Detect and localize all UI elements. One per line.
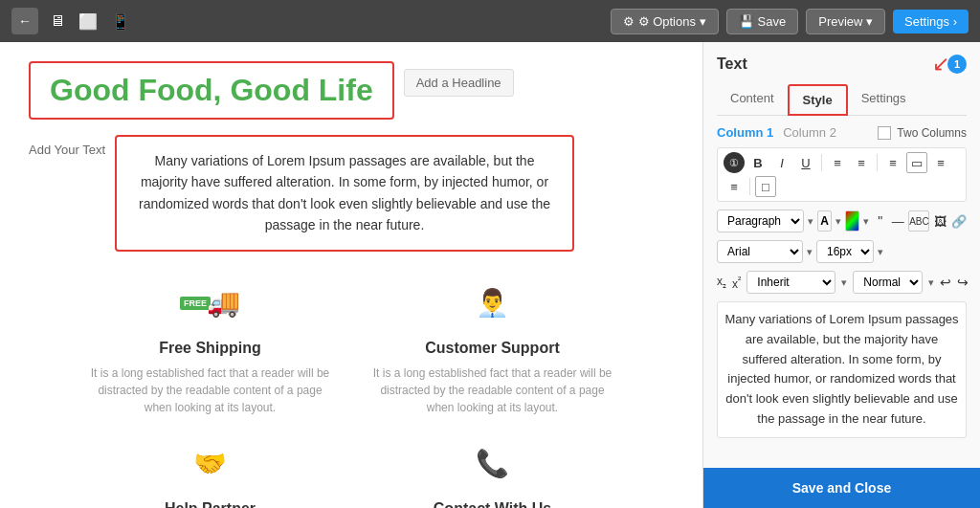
top-bar-right: ⚙ ⚙ Options ▾ 💾 Save Preview ▾ Settings …: [611, 9, 969, 34]
gear-icon: ⚙: [623, 14, 635, 29]
normal-arrow: ▾: [928, 276, 934, 289]
tab-style[interactable]: Style: [788, 84, 848, 116]
feature-free-shipping: FREE🚚 Free Shipping It is a long establi…: [83, 275, 337, 416]
paragraph-select[interactable]: Paragraph Heading 1 Heading 2: [717, 210, 804, 232]
size-arrow: ▾: [878, 246, 883, 258]
text-color-button[interactable]: A: [817, 210, 832, 232]
toolbar-row-1: ① B I U ≡ ≡ ≡ ▭ ≡ ≡ □: [717, 147, 967, 202]
feature-customer-support: 👨‍💼 Customer Support It is a long establ…: [366, 275, 619, 416]
add-headline-button[interactable]: Add a Headline: [404, 69, 514, 97]
preview-button[interactable]: Preview ▾: [806, 9, 885, 34]
tab-content[interactable]: Content: [717, 84, 788, 115]
settings-button[interactable]: Settings ›: [893, 10, 969, 33]
abc-button[interactable]: ABC: [908, 210, 929, 232]
panel-footer[interactable]: Save and Close: [703, 468, 980, 508]
free-shipping-desc: It is a long established fact that a rea…: [83, 364, 337, 416]
feature-help-partner: 🤝 Help Partner It is a long established …: [83, 435, 337, 508]
ordered-list-button[interactable]: ≡: [851, 152, 872, 173]
mobile-icon[interactable]: 📱: [107, 9, 134, 34]
align-left-button[interactable]: ≡: [882, 152, 903, 173]
desktop-icon[interactable]: 🖥: [46, 9, 69, 33]
two-columns-area: Two Columns: [878, 126, 967, 140]
font-row: Arial Helvetica Times New Roman ▾ 16px 1…: [717, 240, 967, 263]
panel-title: Text: [717, 55, 926, 73]
free-shipping-title: Free Shipping: [159, 340, 261, 357]
right-panel: Text ↙ 1 Content Style Settings Column 1…: [702, 42, 980, 508]
format-row: Paragraph Heading 1 Heading 2 ▾ A ▾ ▾ " …: [717, 210, 967, 232]
top-bar: ← 🖥 ⬜ 📱 ⚙ ⚙ Options ▾ 💾 Save Preview ▾ S…: [0, 0, 980, 42]
text-content-box[interactable]: Many variations of Lorem Ipsum passages …: [115, 135, 574, 252]
transform-row: x₂ x² Inherit Uppercase Lowercase ▾ Norm…: [717, 271, 967, 294]
font-arrow: ▾: [807, 246, 813, 258]
panel-badge: 1: [947, 55, 967, 74]
inherit-select[interactable]: Inherit Uppercase Lowercase: [746, 271, 835, 294]
link-button[interactable]: 🔗: [951, 210, 967, 232]
customer-support-icon: 👨‍💼: [464, 275, 522, 332]
tablet-icon[interactable]: ⬜: [75, 9, 101, 34]
customer-support-title: Customer Support: [425, 340, 559, 357]
headline-row: Good Food, Good Life Add a Headline: [29, 61, 674, 120]
column2-label[interactable]: Column 2: [783, 125, 836, 140]
free-shipping-icon: FREE🚚: [182, 275, 239, 332]
dropdown-arrow: ▾: [808, 215, 813, 228]
toolbar-divider-1: [821, 154, 822, 171]
device-icons: 🖥 ⬜ 📱: [46, 9, 134, 34]
toolbar-divider-2: [877, 154, 878, 171]
align-right-button[interactable]: ≡: [930, 152, 951, 173]
headline-text: Good Food, Good Life: [50, 73, 373, 107]
canvas: Good Food, Good Life Add a Headline Add …: [0, 42, 702, 508]
size-select[interactable]: 16px 12px 14px 18px 24px: [816, 240, 874, 263]
panel-tabs: Content Style Settings: [717, 84, 967, 116]
preview-label: Preview ▾: [818, 14, 873, 29]
font-select[interactable]: Arial Helvetica Times New Roman: [717, 240, 803, 263]
align-center-button[interactable]: ▭: [906, 152, 927, 173]
options-label: ⚙ Options ▾: [638, 14, 706, 29]
save-close-label: Save and Close: [792, 480, 892, 496]
contact-icon: 📞: [464, 435, 522, 493]
image-button[interactable]: 🖼: [933, 210, 947, 232]
subscript-button[interactable]: x₂: [717, 275, 726, 290]
unordered-list-button[interactable]: ≡: [827, 152, 848, 173]
preview-text: Many variations of Lorem Ipsum passages …: [717, 301, 967, 438]
panel-body: Column 1 Column 2 Two Columns ① B I U ≡ …: [703, 116, 980, 468]
two-columns-label: Two Columns: [897, 126, 967, 140]
two-columns-checkbox[interactable]: [878, 126, 891, 140]
italic-button[interactable]: I: [771, 152, 792, 173]
add-text-label: Add Your Text: [29, 139, 105, 161]
settings-label: Settings ›: [904, 14, 957, 29]
normal-select[interactable]: Normal Bold Light: [853, 271, 923, 294]
tab-settings[interactable]: Settings: [848, 84, 920, 115]
toolbar-divider-3: [749, 178, 750, 195]
text-row: Add Your Text Many variations of Lorem I…: [29, 135, 674, 252]
undo-button[interactable]: ↩: [940, 272, 951, 293]
underline-button[interactable]: U: [795, 152, 816, 173]
save-icon: 💾: [739, 14, 754, 29]
align-justify-button[interactable]: ≡: [724, 176, 745, 197]
column1-label[interactable]: Column 1: [717, 125, 773, 140]
quote-button[interactable]: ": [873, 210, 887, 232]
bold-button[interactable]: B: [747, 152, 768, 173]
text-color-arrow: ▾: [835, 215, 841, 228]
background-color-button[interactable]: [845, 210, 859, 232]
help-partner-icon: 🤝: [182, 435, 239, 493]
back-button[interactable]: ←: [11, 8, 38, 34]
feature-contact: 📞 Contact With Us It is a long establish…: [366, 435, 619, 508]
save-label: Save: [758, 14, 787, 29]
headline-box[interactable]: Good Food, Good Life: [29, 61, 394, 120]
customer-support-desc: It is a long established fact that a rea…: [366, 364, 619, 416]
save-button[interactable]: 💾 Save: [726, 9, 799, 34]
columns-row: Column 1 Column 2 Two Columns: [717, 125, 967, 140]
bg-color-arrow: ▾: [863, 215, 869, 228]
contact-title: Contact With Us: [434, 500, 551, 508]
horizontal-rule-button[interactable]: —: [891, 210, 905, 232]
top-bar-left: ← 🖥 ⬜ 📱: [11, 8, 134, 34]
help-partner-title: Help Partner: [165, 500, 256, 508]
more-options-button[interactable]: □: [755, 176, 776, 197]
features-grid: FREE🚚 Free Shipping It is a long establi…: [83, 275, 619, 508]
inherit-arrow: ▾: [841, 276, 847, 289]
format-h1-button[interactable]: ①: [724, 152, 745, 173]
redo-button[interactable]: ↪: [957, 272, 969, 293]
options-button[interactable]: ⚙ ⚙ Options ▾: [611, 9, 719, 34]
superscript-button[interactable]: x²: [732, 275, 741, 291]
panel-header: Text ↙ 1: [703, 42, 980, 77]
